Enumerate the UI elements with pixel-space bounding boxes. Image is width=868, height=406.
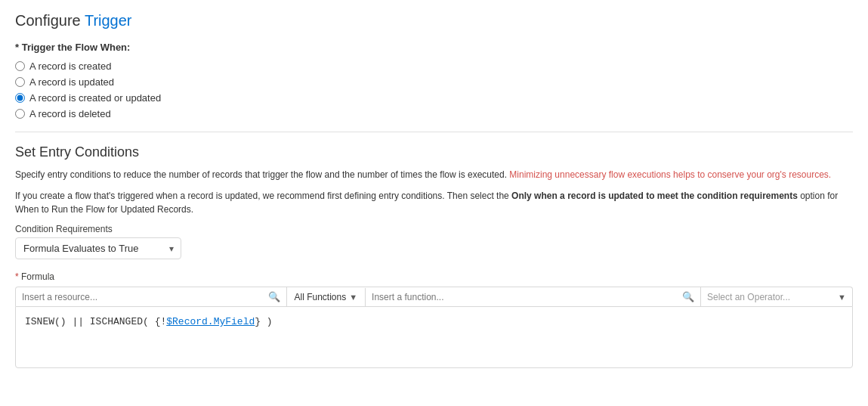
function-search-input[interactable]: [372, 292, 679, 302]
radio-updated[interactable]: [15, 77, 25, 87]
radio-item-created[interactable]: A record is created: [15, 60, 853, 72]
condition-req-select[interactable]: Formula Evaluates to True All Conditions…: [15, 237, 181, 259]
resource-section: 🔍: [16, 287, 287, 306]
functions-label: All Functions: [295, 292, 347, 302]
radio-item-deleted[interactable]: A record is deleted: [15, 108, 853, 119]
page-container: Configure Trigger * Trigger the Flow Whe…: [0, 0, 868, 380]
condition-req-select-wrapper: Formula Evaluates to True All Conditions…: [15, 237, 181, 259]
trigger-radio-group: A record is created A record is updated …: [15, 60, 853, 119]
radio-item-created-updated[interactable]: A record is created or updated: [15, 92, 853, 104]
trigger-section: * Trigger the Flow When: A record is cre…: [15, 42, 853, 119]
functions-arrow-icon: ▼: [349, 293, 357, 302]
info1-highlight: Minimizing unnecessary flow executions h…: [509, 169, 831, 180]
trigger-section-label: * Trigger the Flow When:: [15, 42, 853, 53]
function-search-section: 🔍: [366, 287, 701, 306]
info2-bold: Only when a record is updated to meet th…: [511, 191, 798, 201]
resource-input[interactable]: [22, 292, 265, 302]
entry-conditions-info2: If you create a flow that's triggered wh…: [15, 189, 853, 216]
entry-conditions-title: Set Entry Conditions: [15, 144, 853, 160]
formula-required-star: *: [15, 271, 19, 282]
radio-item-updated[interactable]: A record is updated: [15, 76, 853, 88]
formula-toolbar: 🔍 All Functions ▼ 🔍 Select an Operator..…: [15, 287, 853, 306]
radio-updated-label: A record is updated: [29, 76, 114, 88]
formula-display[interactable]: ISNEW() || ISCHANGED( {!$Record.MyField}…: [16, 307, 852, 367]
radio-deleted[interactable]: [15, 109, 25, 119]
condition-req-label: Condition Requirements: [15, 224, 853, 234]
resource-search-icon: 🔍: [268, 291, 280, 302]
entry-conditions-info1: Specify entry conditions to reduce the n…: [15, 168, 853, 181]
title-configure: Configure: [15, 12, 81, 29]
entry-conditions-section: Set Entry Conditions Specify entry condi…: [15, 144, 853, 368]
functions-dropdown[interactable]: All Functions ▼: [287, 288, 366, 306]
title-trigger: Trigger: [85, 12, 132, 29]
radio-deleted-label: A record is deleted: [29, 108, 111, 119]
info1-plain: Specify entry conditions to reduce the n…: [15, 169, 507, 180]
formula-field-link[interactable]: $Record.MyField: [166, 316, 255, 327]
radio-created-updated-label: A record is created or updated: [29, 92, 161, 104]
formula-label-text: Formula: [21, 271, 54, 282]
function-search-icon: 🔍: [682, 291, 694, 302]
radio-created-updated[interactable]: [15, 93, 25, 103]
operator-arrow-icon: ▼: [838, 293, 846, 302]
operator-section: Select an Operator... ▼: [701, 288, 852, 306]
page-title: Configure Trigger: [15, 12, 853, 29]
operator-select[interactable]: Select an Operator...: [707, 292, 838, 302]
formula-textarea-wrapper: ISNEW() || ISCHANGED( {!$Record.MyField}…: [15, 306, 853, 368]
radio-created[interactable]: [15, 61, 25, 71]
radio-created-label: A record is created: [29, 60, 111, 72]
section-divider: [15, 132, 853, 132]
info2-plain1: If you create a flow that's triggered wh…: [15, 191, 509, 201]
formula-label: * Formula: [15, 271, 853, 282]
